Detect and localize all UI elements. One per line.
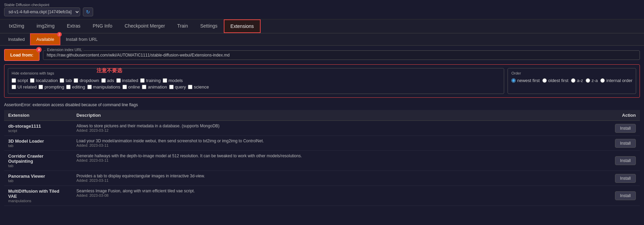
- order-newest-first[interactable]: newest first: [511, 78, 540, 83]
- url-label: Extension index URL: [46, 48, 84, 52]
- ext-name: Panorama Viewer: [8, 174, 68, 179]
- filter-models[interactable]: models: [163, 78, 183, 83]
- filter-tab[interactable]: tab: [60, 78, 72, 83]
- filter-online[interactable]: online: [122, 84, 140, 90]
- table-row: MultiDiffusion with Tiled VAE manipulati…: [4, 186, 640, 206]
- tab-train[interactable]: Train: [171, 19, 194, 33]
- order-radio-row: newest first oldest first a-z z-a intern…: [511, 78, 632, 83]
- ext-description: Generate hallways with the depth-to-imag…: [76, 154, 602, 158]
- top-bar: Stable Diffusion checkpoint sd-v1-4-full…: [0, 0, 644, 19]
- ext-tag: script: [8, 129, 68, 133]
- filter-dropdown[interactable]: dropdown: [74, 78, 99, 83]
- sub-tab-install-from-url[interactable]: Install from URL: [60, 33, 103, 45]
- ext-added-date: Added: 2023-03-11: [76, 158, 602, 162]
- col-extension: Extension: [4, 110, 72, 121]
- table-row: db-storage1111 script Allows to store pi…: [4, 121, 640, 136]
- filter-row-2: UI related prompting editing manipulatio…: [12, 84, 500, 90]
- table-row: 3D Model Loader tab Load your 3D model/a…: [4, 136, 640, 151]
- filter-localization[interactable]: localization: [30, 78, 58, 83]
- ext-name: Corridor Crawler Outpainting: [8, 154, 68, 164]
- sub-tab-available[interactable]: Available 2: [30, 33, 60, 45]
- filter-prompting[interactable]: prompting: [39, 84, 64, 90]
- checkpoint-select-wrap: sd-v1-4-full-ema.ckpt [14749efc0a] ↻: [4, 7, 93, 16]
- filter-row-1: script localization tab dropdown ads ins…: [12, 78, 500, 83]
- sub-tab-installed[interactable]: Installed: [3, 33, 30, 45]
- filter-script[interactable]: script: [12, 78, 28, 83]
- ext-added-date: Added: 2023-03-12: [76, 128, 602, 132]
- filter-installed[interactable]: installed: [116, 78, 138, 83]
- error-message: AssertionError: extension access disable…: [4, 101, 640, 110]
- table-body: db-storage1111 script Allows to store pi…: [4, 121, 640, 206]
- filter-order-container: 注意不要选 Hide extensions with tags script l…: [4, 64, 640, 98]
- ext-tag: tab: [8, 179, 68, 183]
- tab-extensions[interactable]: Extensions: [224, 19, 261, 33]
- url-field-wrap: Extension index URL: [43, 50, 640, 60]
- order-a-z[interactable]: a-z: [571, 78, 583, 83]
- install-button[interactable]: Install: [615, 124, 636, 133]
- sub-tabs: Installed Available 2 Install from URL: [0, 33, 644, 46]
- order-title: Order: [511, 71, 632, 75]
- ext-tag: manipulations: [8, 199, 68, 203]
- order-section: Order newest first oldest first a-z z-a …: [508, 68, 636, 94]
- load-btn-badge-3: 3: [36, 47, 42, 52]
- ext-name: db-storage1111: [8, 124, 68, 129]
- filter-query[interactable]: query: [169, 84, 186, 90]
- ext-added-date: Added: 2023-03-11: [76, 143, 602, 147]
- checkpoint-group: Stable Diffusion checkpoint sd-v1-4-full…: [4, 3, 93, 16]
- extensions-table: Extension Description Action db-storage1…: [4, 110, 640, 206]
- filter-manipulations[interactable]: manipulations: [87, 84, 120, 90]
- filter-training[interactable]: training: [140, 78, 161, 83]
- order-internal[interactable]: internal order: [600, 78, 632, 83]
- filter-ui-related[interactable]: UI related: [12, 84, 36, 90]
- nav-tabs: txt2img img2img Extras PNG Info Checkpoi…: [0, 19, 644, 33]
- ext-tag: tab: [8, 144, 68, 148]
- order-z-a[interactable]: z-a: [586, 78, 598, 83]
- ext-description: Seamless Image Fusion, along with vram e…: [76, 189, 602, 193]
- table-header: Extension Description Action: [4, 110, 640, 121]
- ext-tag: tab: [8, 164, 68, 168]
- tab-checkpoint-merger[interactable]: Checkpoint Merger: [118, 19, 171, 33]
- order-oldest-first[interactable]: oldest first: [542, 78, 568, 83]
- table-row: Corridor Crawler Outpainting tab Generat…: [4, 151, 640, 171]
- load-from-row: Load from: 3 Extension index URL: [4, 49, 640, 61]
- load-from-button[interactable]: Load from: 3: [4, 49, 40, 61]
- ext-name: MultiDiffusion with Tiled VAE: [8, 189, 68, 199]
- ext-name: 3D Model Loader: [8, 139, 68, 144]
- refresh-button[interactable]: ↻: [83, 7, 93, 16]
- ext-description: Allows to store pictures and their metad…: [76, 124, 602, 128]
- filter-title: Hide extensions with tags: [12, 71, 500, 75]
- install-button[interactable]: Install: [615, 174, 636, 183]
- col-action: Action: [606, 110, 640, 121]
- filter-ads[interactable]: ads: [101, 78, 114, 83]
- col-description: Description: [72, 110, 606, 121]
- checkpoint-label: Stable Diffusion checkpoint: [4, 3, 93, 7]
- filter-animation[interactable]: animation: [142, 84, 167, 90]
- install-button[interactable]: Install: [615, 156, 636, 165]
- filter-section: Hide extensions with tags script localiz…: [8, 68, 504, 94]
- install-button[interactable]: Install: [615, 191, 636, 200]
- filter-science[interactable]: science: [188, 84, 209, 90]
- ext-description: Load your 3D model/animation inside webu…: [76, 139, 602, 143]
- table-row: Panorama Viewer tab Provides a tab to di…: [4, 171, 640, 186]
- tab-extras[interactable]: Extras: [61, 19, 87, 33]
- main-content: Load from: 3 Extension index URL 注意不要选 H…: [0, 46, 644, 209]
- ext-added-date: Added: 2023-03-11: [76, 178, 602, 182]
- tab-img2img[interactable]: img2img: [30, 19, 61, 33]
- tab-pnginfo[interactable]: PNG Info: [87, 19, 119, 33]
- url-input[interactable]: [43, 50, 640, 60]
- sub-tab-badge-2: 2: [57, 32, 62, 37]
- ext-description: Provides a tab to display equirectangula…: [76, 174, 602, 178]
- ext-added-date: Added: 2023-03-08: [76, 193, 602, 197]
- filter-editing[interactable]: editing: [66, 84, 85, 90]
- checkpoint-select[interactable]: sd-v1-4-full-ema.ckpt [14749efc0a]: [4, 7, 80, 16]
- tab-settings[interactable]: Settings: [194, 19, 224, 33]
- install-button[interactable]: Install: [615, 139, 636, 148]
- tab-txt2img[interactable]: txt2img: [3, 19, 30, 33]
